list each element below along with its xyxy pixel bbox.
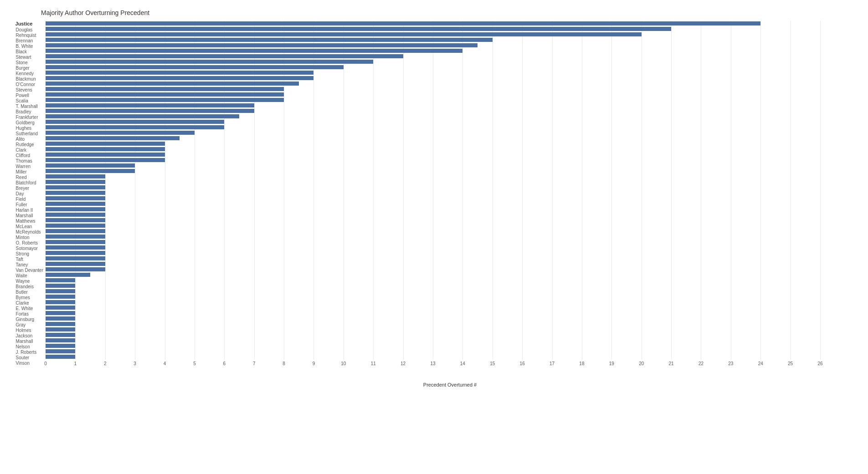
bar (46, 300, 75, 304)
chart-container: Majority Author Overturning Precedent Ju… (0, 0, 868, 474)
bar (46, 224, 105, 228)
bar-row (46, 272, 854, 277)
bar (46, 27, 671, 31)
bar-row (46, 87, 854, 91)
y-label: Field (16, 197, 43, 202)
bar (46, 98, 284, 102)
bar-row (46, 311, 854, 315)
x-tick: 8 (282, 361, 285, 366)
chart-title: Majority Author Overturning Precedent (41, 9, 854, 16)
x-tick: 6 (223, 361, 226, 366)
y-label: Rutledge (16, 142, 43, 147)
bar (46, 49, 462, 53)
y-label: Burger (16, 66, 43, 71)
x-tick: 14 (460, 361, 465, 366)
y-label: Breyer (16, 186, 43, 191)
bar-row (46, 223, 854, 228)
bar-row (46, 26, 854, 31)
bar-row (46, 141, 854, 146)
y-label: E. White (16, 306, 43, 311)
bar-row (46, 289, 854, 293)
y-label: Scalia (16, 98, 43, 103)
bar (46, 207, 105, 211)
bar-row (46, 185, 854, 189)
bar (46, 344, 75, 348)
bar (46, 349, 75, 353)
bar (46, 327, 75, 331)
y-labels: DouglasRehnquistBrennanB. WhiteBlackStew… (16, 27, 43, 366)
bar-row (46, 21, 854, 25)
bar-row (46, 349, 854, 353)
y-label: Reed (16, 175, 43, 180)
bar-row (46, 332, 854, 337)
bar (46, 256, 105, 260)
bar (46, 147, 165, 151)
bar-row (46, 250, 854, 255)
y-label: Taney (16, 262, 43, 267)
bar-row (46, 261, 854, 266)
y-label: Clarke (16, 301, 43, 306)
y-label: Strong (16, 251, 43, 256)
bars-column (46, 21, 854, 359)
bar (46, 311, 75, 315)
y-label: Blatchford (16, 180, 43, 185)
bar (46, 213, 105, 217)
y-label: Miller (16, 169, 43, 174)
bar-row (46, 147, 854, 151)
bar-row (46, 196, 854, 200)
bar (46, 218, 105, 222)
y-label: Frankfurter (16, 115, 43, 120)
bar-row (46, 179, 854, 184)
bar (46, 142, 165, 146)
y-label: Thomas (16, 158, 43, 163)
y-label: Brandeis (16, 284, 43, 289)
x-tick: 12 (401, 361, 406, 366)
y-label: Vinson (16, 361, 43, 366)
bar-row (46, 158, 854, 162)
x-ticks: 0123456789101112131415161718192021222324… (46, 359, 854, 368)
y-axis-title: Justice (15, 21, 33, 26)
bar-row (46, 103, 854, 107)
bar-row (46, 119, 854, 124)
bar (46, 65, 344, 69)
bar (46, 245, 105, 250)
bar (46, 32, 642, 36)
x-tick: 3 (134, 361, 136, 366)
bar-row (46, 152, 854, 157)
bar (46, 229, 105, 233)
bar (46, 87, 284, 91)
bar (46, 289, 75, 293)
bar (46, 54, 403, 58)
bar-row (46, 190, 854, 195)
y-label: Ginsburg (16, 317, 43, 322)
bar-row (46, 76, 854, 80)
bar-row (46, 168, 854, 173)
x-tick: 26 (817, 361, 822, 366)
y-label: Holmes (16, 328, 43, 333)
bar (46, 180, 105, 184)
y-label: Fuller (16, 202, 43, 207)
bar-row (46, 316, 854, 321)
bar-row (46, 305, 854, 310)
x-tick: 24 (758, 361, 763, 366)
y-label: Douglas (16, 27, 43, 32)
chart-area: Justice DouglasRehnquistBrennanB. WhiteB… (5, 21, 854, 387)
x-tick: 22 (699, 361, 704, 366)
bar-row (46, 283, 854, 288)
bar (46, 120, 224, 124)
y-label: Harlan II (16, 208, 43, 213)
bar-row (46, 37, 854, 42)
bar (46, 153, 165, 157)
bar-row (46, 163, 854, 168)
bar (46, 202, 105, 206)
bar (46, 38, 493, 42)
x-tick: 15 (490, 361, 495, 366)
bar (46, 131, 195, 135)
bar (46, 92, 284, 97)
bar (46, 114, 239, 118)
bar (46, 295, 75, 299)
bar (46, 355, 75, 359)
bar (46, 169, 135, 173)
y-label: Brennan (16, 38, 43, 43)
y-label: Sutherland (16, 131, 43, 136)
